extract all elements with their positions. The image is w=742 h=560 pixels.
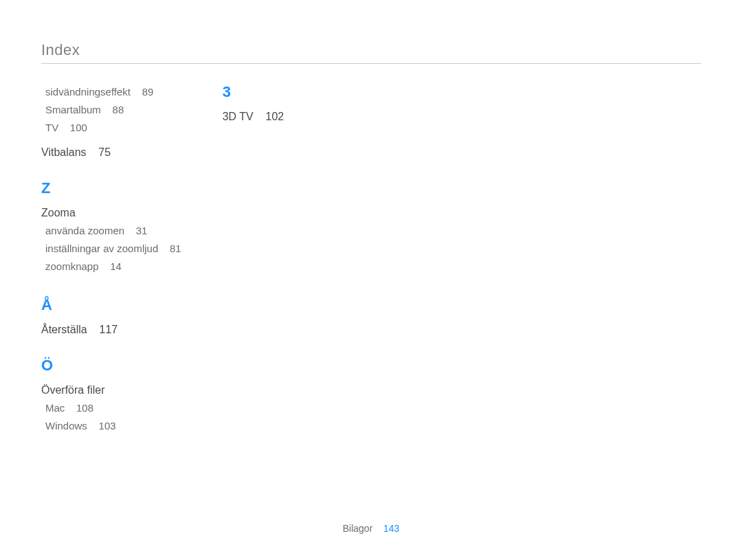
top-entries-block: sidvändningseffekt 89 Smartalbum 88 TV 1… (41, 83, 181, 137)
index-columns: sidvändningseffekt 89 Smartalbum 88 TV 1… (41, 83, 701, 439)
index-entry-page: 88 (113, 104, 124, 115)
index-entry-vitbalans: Vitbalans 75 (41, 146, 181, 159)
index-entry-page: 81 (170, 243, 181, 254)
index-page: Index sidvändningseffekt 89 Smartalbum 8… (0, 0, 742, 560)
letter-heading-a-ring: Å (41, 296, 181, 314)
index-entry-label: Vitbalans (41, 146, 87, 158)
letter-heading-z: Z (41, 179, 181, 197)
index-entry: Windows 103 (41, 417, 181, 435)
index-entry-page: 103 (99, 420, 116, 432)
index-entry-page: 89 (142, 86, 154, 98)
footer-page-number: 143 (383, 523, 399, 534)
index-entry: Smartalbum 88 (41, 101, 181, 119)
index-entry-page: 14 (110, 260, 122, 272)
index-entry-page: 102 (266, 111, 284, 122)
index-entry: TV 100 (41, 119, 181, 137)
index-entry: Mac 108 (41, 399, 181, 417)
index-column-1: sidvändningseffekt 89 Smartalbum 88 TV 1… (41, 83, 181, 439)
index-entry-label: inställningar av zoomljud (45, 243, 158, 254)
index-entry-label: 3D TV (223, 111, 254, 122)
index-entry-3dtv: 3D TV 102 (223, 111, 360, 123)
index-entry: sidvändningseffekt 89 (41, 83, 181, 101)
page-footer: Bilagor 143 (0, 523, 742, 534)
index-entry: inställningar av zoomljud 81 (41, 240, 181, 258)
index-entry-label: Mac (45, 402, 65, 414)
index-entry-zooma-heading: Zooma (41, 207, 181, 219)
index-column-2: 3 3D TV 102 (223, 83, 360, 126)
letter-heading-3: 3 (223, 83, 360, 101)
index-entry-page: 117 (100, 324, 118, 335)
page-title: Index (41, 41, 701, 64)
index-entry-label: TV (45, 122, 58, 133)
footer-label: Bilagor (343, 523, 373, 534)
index-entry-label: använda zoomen (45, 225, 124, 236)
index-entry-label: Smartalbum (45, 104, 101, 115)
index-entry-label: Windows (45, 420, 87, 432)
zooma-sub-block: använda zoomen 31 inställningar av zooml… (41, 222, 181, 276)
index-entry-page: 75 (98, 146, 111, 158)
index-entry-aterstalla: Återställa 117 (41, 324, 181, 336)
index-entry-page: 108 (76, 402, 93, 414)
index-entry: använda zoomen 31 (41, 222, 181, 240)
index-entry-label: zoomknapp (45, 260, 99, 272)
index-entry-page: 31 (136, 225, 148, 236)
index-entry-label: sidvändningseffekt (45, 86, 131, 98)
letter-heading-o-uml: Ö (41, 357, 181, 374)
index-entry-label: Återställa (41, 324, 87, 335)
index-entry: zoomknapp 14 (41, 258, 181, 276)
overfora-sub-block: Mac 108 Windows 103 (41, 399, 181, 435)
index-entry-overfora-heading: Överföra filer (41, 384, 181, 396)
index-entry-page: 100 (70, 122, 87, 133)
